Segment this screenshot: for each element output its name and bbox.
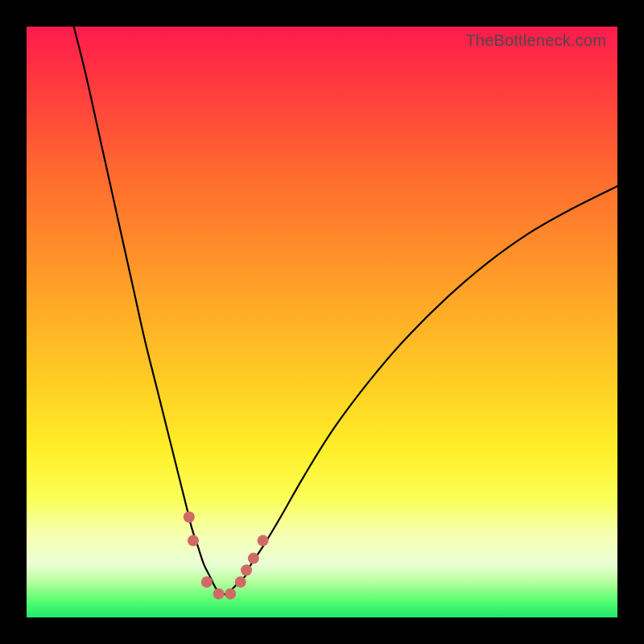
plot-area: TheBottleneck.com: [27, 27, 617, 617]
curve-left-branch: [74, 27, 222, 594]
marker-dot: [213, 588, 225, 600]
outer-frame: TheBottleneck.com: [0, 0, 644, 644]
marker-dot: [258, 535, 269, 547]
marker-dot: [225, 588, 236, 600]
marker-dot: [188, 535, 199, 547]
marker-dot: [201, 576, 213, 588]
marker-dot: [248, 553, 259, 564]
marker-dot: [235, 576, 246, 588]
chart-svg: [27, 27, 617, 617]
curve-right-branch: [221, 186, 617, 594]
marker-dot: [241, 564, 252, 576]
marker-dot: [184, 511, 195, 522]
marker-group: [184, 511, 269, 599]
